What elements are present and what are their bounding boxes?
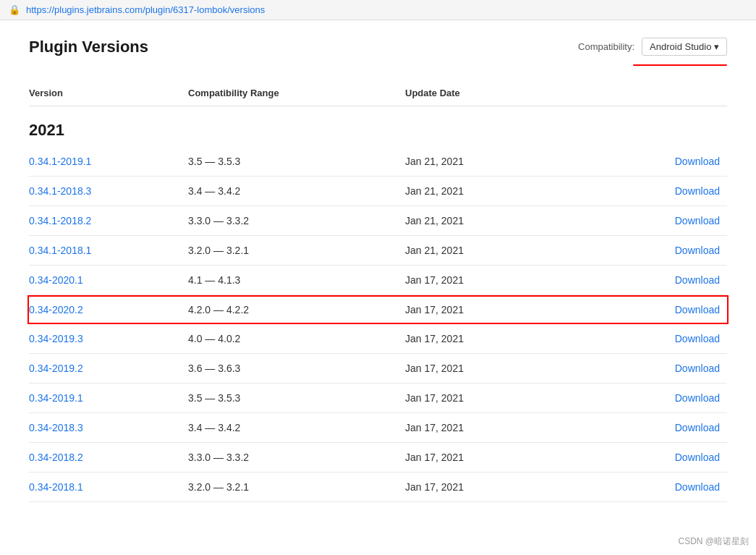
- compatibility-section: Compatibility: Android Studio ▾: [578, 38, 727, 66]
- update-date: Jan 17, 2021: [405, 481, 586, 493]
- browser-url: https://plugins.jetbrains.com/plugin/631…: [26, 4, 265, 15]
- version-link[interactable]: 0.34-2018.2: [29, 452, 188, 463]
- update-date: Jan 21, 2021: [405, 156, 586, 167]
- compat-range: 4.2.0 — 4.2.2: [188, 304, 405, 315]
- version-link[interactable]: 0.34-2019.3: [29, 333, 188, 344]
- year-label: 2021: [29, 106, 727, 147]
- download-link[interactable]: Download: [586, 392, 727, 404]
- page-title: Plugin Versions: [29, 38, 148, 56]
- download-link[interactable]: Download: [586, 333, 727, 344]
- version-link[interactable]: 0.34.1-2018.1: [29, 245, 188, 256]
- compat-range: 4.0 — 4.0.2: [188, 333, 405, 344]
- compat-range: 3.4 — 3.4.2: [188, 422, 405, 433]
- download-link[interactable]: Download: [586, 274, 727, 286]
- compat-range: 3.2.0 — 3.2.1: [188, 245, 405, 256]
- version-link[interactable]: 0.34-2018.1: [29, 481, 188, 493]
- col-header-version: Version: [29, 88, 188, 98]
- version-link[interactable]: 0.34.1-2018.3: [29, 185, 188, 197]
- col-header-action: [586, 88, 727, 98]
- version-link[interactable]: 0.34-2019.2: [29, 363, 188, 374]
- compatibility-row: Compatibility: Android Studio ▾: [578, 38, 727, 56]
- table-row: 0.34-2018.1 3.2.0 — 3.2.1 Jan 17, 2021 D…: [29, 473, 727, 502]
- table-header: Version Compatibility Range Update Date: [29, 80, 727, 106]
- table-rows-container: 0.34.1-2019.1 3.5 — 3.5.3 Jan 21, 2021 D…: [29, 147, 727, 502]
- download-link[interactable]: Download: [586, 245, 727, 256]
- table-row: 0.34-2019.1 3.5 — 3.5.3 Jan 17, 2021 Dow…: [29, 384, 727, 413]
- update-date: Jan 17, 2021: [405, 274, 586, 286]
- compat-range: 4.1 — 4.1.3: [188, 274, 405, 286]
- download-link[interactable]: Download: [586, 363, 727, 374]
- update-date: Jan 21, 2021: [405, 215, 586, 226]
- table-row: 0.34.1-2019.1 3.5 — 3.5.3 Jan 21, 2021 D…: [29, 147, 727, 177]
- table-row: 0.34-2019.3 4.0 — 4.0.2 Jan 17, 2021 Dow…: [29, 324, 727, 354]
- compat-range: 3.2.0 — 3.2.1: [188, 481, 405, 493]
- compatibility-label: Compatibility:: [578, 41, 634, 52]
- table-row: 0.34-2020.1 4.1 — 4.1.3 Jan 17, 2021 Dow…: [29, 266, 727, 295]
- table-row: 0.34-2019.2 3.6 — 3.6.3 Jan 17, 2021 Dow…: [29, 354, 727, 384]
- table-row: 0.34.1-2018.3 3.4 — 3.4.2 Jan 21, 2021 D…: [29, 177, 727, 206]
- browser-bar: 🔒 https://plugins.jetbrains.com/plugin/6…: [0, 0, 756, 20]
- compat-range: 3.3.0 — 3.3.2: [188, 215, 405, 226]
- update-date: Jan 17, 2021: [405, 333, 586, 344]
- col-header-date: Update Date: [405, 88, 586, 98]
- table-row: 0.34-2018.2 3.3.0 — 3.3.2 Jan 17, 2021 D…: [29, 443, 727, 473]
- download-link[interactable]: Download: [586, 185, 727, 197]
- compat-range: 3.6 — 3.6.3: [188, 363, 405, 374]
- download-link[interactable]: Download: [586, 452, 727, 463]
- compat-range: 3.5 — 3.5.3: [188, 156, 405, 167]
- update-date: Jan 17, 2021: [405, 422, 586, 433]
- update-date: Jan 17, 2021: [405, 452, 586, 463]
- update-date: Jan 21, 2021: [405, 185, 586, 197]
- download-link[interactable]: Download: [586, 422, 727, 433]
- download-link[interactable]: Download: [586, 156, 727, 167]
- version-link[interactable]: 0.34-2019.1: [29, 392, 188, 404]
- col-header-compat: Compatibility Range: [188, 88, 405, 98]
- table-row: 0.34.1-2018.2 3.3.0 — 3.3.2 Jan 21, 2021…: [29, 206, 727, 236]
- red-underline-decoration: [633, 64, 727, 66]
- table-row: 0.34-2020.2 4.2.0 — 4.2.2 Jan 17, 2021 D…: [27, 295, 729, 324]
- compatibility-dropdown[interactable]: Android Studio ▾: [642, 38, 727, 56]
- page-content: Plugin Versions Compatibility: Android S…: [0, 20, 756, 520]
- compat-range: 3.5 — 3.5.3: [188, 392, 405, 404]
- page-header: Plugin Versions Compatibility: Android S…: [29, 38, 727, 66]
- compat-range: 3.3.0 — 3.3.2: [188, 452, 405, 463]
- compat-range: 3.4 — 3.4.2: [188, 185, 405, 197]
- update-date: Jan 17, 2021: [405, 363, 586, 374]
- version-link[interactable]: 0.34-2020.1: [29, 274, 188, 286]
- version-link[interactable]: 0.34.1-2018.2: [29, 215, 188, 226]
- version-link[interactable]: 0.34.1-2019.1: [29, 156, 188, 167]
- update-date: Jan 21, 2021: [405, 245, 586, 256]
- lock-icon: 🔒: [9, 4, 20, 15]
- download-link[interactable]: Download: [586, 215, 727, 226]
- update-date: Jan 17, 2021: [405, 392, 586, 404]
- update-date: Jan 17, 2021: [405, 304, 586, 315]
- version-link[interactable]: 0.34-2020.2: [29, 304, 188, 315]
- download-link[interactable]: Download: [586, 304, 727, 315]
- table-row: 0.34.1-2018.1 3.2.0 — 3.2.1 Jan 21, 2021…: [29, 236, 727, 266]
- download-link[interactable]: Download: [586, 481, 727, 493]
- version-link[interactable]: 0.34-2018.3: [29, 422, 188, 433]
- table-row: 0.34-2018.3 3.4 — 3.4.2 Jan 17, 2021 Dow…: [29, 413, 727, 443]
